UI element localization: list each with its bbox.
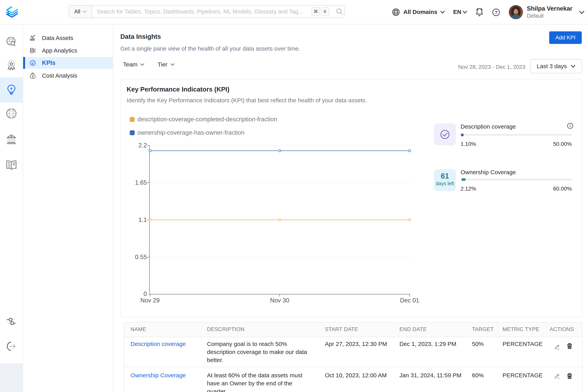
svg-text:Dec 01: Dec 01	[400, 297, 419, 304]
svg-text:2.2: 2.2	[138, 142, 147, 149]
svg-text:1.65: 1.65	[135, 179, 147, 186]
svg-text:Nov 29: Nov 29	[140, 297, 160, 304]
svg-text:1.1: 1.1	[138, 216, 147, 223]
svg-text:KPI: KPI	[32, 64, 34, 65]
svg-text:Nov 30: Nov 30	[270, 297, 289, 304]
svg-text:0.55: 0.55	[135, 254, 147, 260]
svg-text:$: $	[32, 75, 34, 78]
svg-text:?: ?	[495, 10, 497, 15]
svg-text:0: 0	[144, 290, 147, 297]
